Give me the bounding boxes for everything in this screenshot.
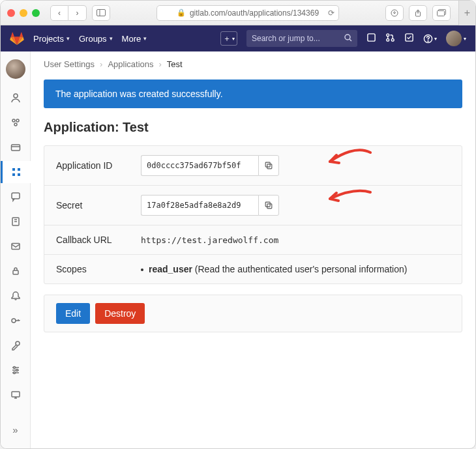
- chevron-down-icon: ▾: [143, 35, 147, 42]
- destroy-button[interactable]: Destroy: [95, 303, 145, 324]
- svg-rect-43: [265, 162, 270, 167]
- edit-button[interactable]: Edit: [56, 303, 90, 324]
- settings-sidebar: »: [1, 51, 31, 448]
- sidebar-toggle-button[interactable]: [92, 5, 110, 21]
- svg-point-38: [13, 372, 15, 374]
- svg-point-10: [387, 38, 389, 41]
- bullet-icon: [141, 268, 143, 271]
- back-button[interactable]: ‹: [50, 5, 68, 21]
- scope-name: read_user: [149, 264, 192, 274]
- svg-point-11: [391, 38, 394, 41]
- downloads-button[interactable]: [385, 5, 404, 21]
- titlebar: ‹ › 🔒 gitlab.com/oauth/applications/1343…: [1, 1, 475, 25]
- minimize-window-button[interactable]: [20, 9, 27, 17]
- merge-requests-icon[interactable]: [385, 33, 395, 44]
- chevron-down-icon: ▾: [434, 36, 437, 42]
- sidebar-avatar[interactable]: [6, 59, 25, 79]
- sidebar-item-chat[interactable]: [1, 186, 31, 208]
- svg-rect-39: [12, 392, 20, 397]
- reload-icon[interactable]: ⟳: [328, 8, 335, 18]
- sidebar-item-gpg-keys[interactable]: [1, 334, 31, 356]
- main-content: User Settings › Applications › Test The …: [31, 51, 475, 448]
- scope-entry: read_user (Read the authenticated user's…: [141, 264, 407, 274]
- nav-groups-label: Groups: [79, 34, 107, 44]
- avatar: [446, 31, 462, 46]
- help-icon[interactable]: ▾: [423, 34, 437, 44]
- chevron-down-icon: ▾: [67, 35, 70, 42]
- row-callback: Callback URL https://test.jaredwolff.com: [44, 225, 462, 255]
- tabs-button[interactable]: [432, 5, 451, 21]
- svg-rect-22: [18, 168, 20, 171]
- share-button[interactable]: [409, 5, 427, 21]
- copy-app-id-button[interactable]: [258, 155, 279, 176]
- sidebar-item-preferences[interactable]: [1, 359, 31, 381]
- svg-rect-44: [267, 204, 272, 209]
- nav-projects[interactable]: Projects ▾: [33, 34, 70, 44]
- row-secret: Secret: [44, 186, 462, 225]
- copy-secret-button[interactable]: [258, 195, 279, 216]
- sidebar-item-password[interactable]: [1, 260, 31, 282]
- search-placeholder: Search or jump to...: [252, 34, 320, 43]
- svg-point-17: [16, 119, 19, 122]
- issues-icon[interactable]: [366, 33, 376, 44]
- user-menu[interactable]: ▾: [446, 31, 466, 46]
- forward-button[interactable]: ›: [68, 5, 87, 21]
- gitlab-logo-icon[interactable]: [10, 32, 24, 45]
- global-search-input[interactable]: Search or jump to...: [246, 30, 357, 47]
- chevron-down-icon: ▾: [110, 35, 113, 42]
- secret-input[interactable]: [141, 195, 258, 216]
- svg-rect-5: [438, 11, 445, 16]
- address-bar[interactable]: 🔒 gitlab.com/oauth/applications/134369 ⟳: [156, 5, 339, 21]
- sidebar-item-active-sessions[interactable]: [1, 384, 31, 406]
- plus-icon: ＋: [223, 33, 231, 44]
- callback-label: Callback URL: [56, 235, 141, 245]
- svg-point-31: [12, 319, 16, 323]
- url-text: gitlab.com/oauth/applications/134369: [190, 8, 319, 18]
- sidebar-item-emails[interactable]: [1, 235, 31, 257]
- nav-more-label: More: [122, 34, 141, 44]
- secret-label: Secret: [56, 200, 141, 210]
- svg-point-37: [16, 369, 18, 371]
- sidebar-item-account[interactable]: [1, 111, 31, 134]
- breadcrumb-section[interactable]: Applications: [108, 59, 153, 69]
- sidebar-item-ssh-keys[interactable]: [1, 310, 31, 332]
- svg-rect-45: [265, 202, 270, 207]
- svg-point-14: [428, 40, 428, 41]
- svg-point-15: [14, 94, 18, 98]
- new-dropdown-button[interactable]: ＋ ▾: [220, 31, 237, 46]
- nav-projects-label: Projects: [33, 34, 64, 44]
- close-window-button[interactable]: [7, 9, 15, 17]
- application-details-panel: Application ID Secret: [44, 145, 462, 284]
- svg-rect-19: [11, 145, 20, 151]
- svg-rect-21: [12, 168, 15, 171]
- maximize-window-button[interactable]: [32, 9, 40, 17]
- todos-icon[interactable]: [404, 33, 414, 44]
- svg-point-18: [14, 123, 17, 126]
- window-controls: [7, 9, 40, 17]
- breadcrumb-root[interactable]: User Settings: [44, 59, 95, 69]
- svg-point-16: [12, 119, 15, 122]
- svg-rect-8: [368, 34, 375, 41]
- success-alert: The application was created successfully…: [44, 80, 462, 108]
- annotation-arrow: [325, 188, 377, 214]
- sidebar-item-profile[interactable]: [1, 87, 31, 109]
- sidebar-item-access-tokens[interactable]: [1, 210, 31, 233]
- sidebar-collapse-button[interactable]: »: [1, 418, 31, 441]
- row-scopes: Scopes read_user (Read the authenticated…: [44, 255, 462, 283]
- breadcrumb: User Settings › Applications › Test: [31, 51, 475, 77]
- app-id-input[interactable]: [141, 155, 258, 176]
- svg-line-7: [350, 39, 351, 41]
- sidebar-item-billing[interactable]: [1, 136, 31, 158]
- svg-point-36: [13, 367, 15, 369]
- lock-icon: 🔒: [177, 8, 186, 17]
- sidebar-item-notifications[interactable]: [1, 285, 31, 307]
- page-title: Application: Test: [44, 120, 462, 135]
- svg-rect-23: [12, 173, 15, 176]
- nav-more[interactable]: More ▾: [122, 34, 147, 44]
- svg-rect-30: [13, 270, 18, 274]
- sidebar-item-applications[interactable]: [1, 161, 31, 183]
- new-tab-button[interactable]: +: [458, 1, 475, 25]
- svg-point-6: [345, 35, 350, 40]
- scope-desc: (Read the authenticated user's personal …: [192, 264, 408, 274]
- nav-groups[interactable]: Groups ▾: [79, 34, 113, 44]
